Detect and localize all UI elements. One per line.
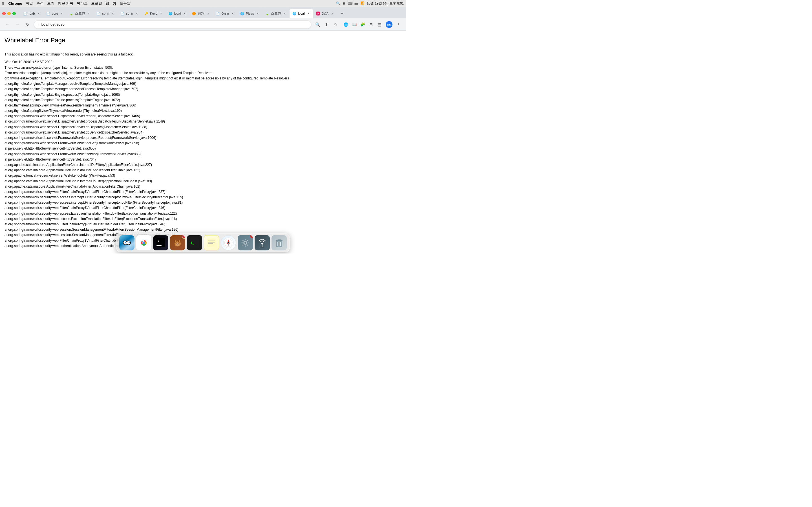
menu-bookmarks[interactable]: 북마크 (77, 1, 88, 6)
bookmark-icon[interactable]: ☆ (332, 20, 340, 29)
address-bar: ← → ↻ ℹ localhost:8080 🔍 ⬆ ☆ 🌐 📖 🧩 ⊞ ▤ n… (0, 18, 406, 31)
tab-qa[interactable]: Q Q&A ✕ (313, 9, 337, 18)
app-name[interactable]: Chrome (8, 1, 22, 6)
menu-help[interactable]: 도움말 (119, 1, 131, 6)
reload-button[interactable]: ↻ (24, 20, 32, 29)
dock-trash[interactable] (271, 235, 287, 250)
error-line: at org.thymeleaf.engine.TemplateManager.… (4, 87, 402, 92)
menubar-search-icon[interactable]: 🔍 (336, 1, 340, 5)
tab-jpab[interactable]: 📄 jpab ✕ (20, 9, 43, 18)
close-window-button[interactable] (2, 12, 6, 15)
tab-close-button[interactable]: ✕ (231, 11, 235, 15)
tab-favicon: 🔑 (144, 12, 148, 15)
tab-label: Keyc (150, 12, 157, 15)
tab-close-button[interactable]: ✕ (256, 11, 260, 15)
tab-close-button[interactable]: ✕ (159, 11, 163, 15)
extension-icon-2[interactable]: 📖 (350, 20, 358, 29)
menubar-keyboard-icon[interactable]: ⌨ (348, 1, 352, 5)
tab-sprint1[interactable]: 🍃 스프린 ✕ (66, 9, 94, 18)
tab-close-button[interactable]: ✕ (87, 11, 91, 15)
apple-menu[interactable]:  (2, 1, 4, 6)
download-icon[interactable]: ⬆ (322, 20, 331, 29)
svg-point-11 (143, 242, 145, 244)
tab-sprint4[interactable]: 🍃 스프린 ✕ (262, 9, 290, 18)
tab-favicon: 🍃 (69, 12, 73, 15)
menu-tab[interactable]: 탭 (105, 1, 109, 6)
extension-icon-1[interactable]: 🌐 (342, 20, 350, 29)
svg-point-6 (126, 242, 126, 242)
error-line: Wed Oct 19 20:01:45 KST 2022 (4, 59, 402, 65)
tab-close-button[interactable]: ✕ (135, 11, 139, 15)
minimize-window-button[interactable] (7, 12, 11, 15)
tab-keyc[interactable]: 🔑 Keyc ✕ (142, 9, 166, 18)
tab-spring2[interactable]: 📄 sprin ✕ (94, 9, 117, 18)
forward-button[interactable]: → (13, 20, 21, 29)
tab-bar: 📄 jpab ✕ 📄 core ✕ 🍃 스프린 ✕ 📄 sprin ✕ 📄 sp… (0, 7, 406, 18)
svg-point-48 (261, 243, 263, 244)
tab-label: sprin (102, 12, 109, 15)
error-line: at org.springframework.security.web.Filt… (4, 189, 402, 194)
page-title: Whitelabel Error Page (4, 35, 402, 45)
svg-rect-26 (207, 238, 216, 247)
profile-avatar[interactable]: ns (386, 21, 393, 28)
tab-close-button[interactable]: ✕ (60, 11, 64, 15)
extension-icon-4[interactable]: ⊞ (367, 20, 375, 29)
menu-edit[interactable]: 수정 (36, 1, 44, 6)
dock-chrome[interactable] (136, 235, 151, 250)
tab-close-button[interactable]: ✕ (183, 11, 186, 15)
chrome-menu-button[interactable]: ⋮ (395, 20, 403, 29)
tab-pleas[interactable]: 🌐 Pleas ✕ (238, 9, 262, 18)
tab-close-button[interactable]: ✕ (37, 11, 41, 15)
error-line: at org.apache.catalina.core.ApplicationF… (4, 162, 402, 168)
error-line: at org.springframework.web.servlet.Frame… (4, 140, 402, 146)
tab-close-button[interactable]: ✕ (330, 11, 334, 15)
tab-favicon: 📄 (96, 12, 100, 15)
menubar-control-icon[interactable]: ⊕ (343, 1, 345, 5)
back-button[interactable]: ← (3, 20, 11, 29)
dock-finder[interactable] (119, 235, 135, 250)
dock-notes[interactable] (204, 235, 219, 250)
menu-window[interactable]: 창 (112, 1, 116, 6)
tab-close-button[interactable]: ✕ (306, 11, 310, 15)
tab-label: local (298, 12, 305, 15)
svg-point-7 (129, 242, 130, 242)
menubar-right: 🔍 ⊕ ⌨ ▬ 📶 10월 19일 (수) 오후 8:01 (336, 1, 404, 6)
tab-online[interactable]: 📄 Onlin ✕ (213, 9, 238, 18)
maximize-window-button[interactable] (12, 12, 16, 15)
error-line: at org.thymeleaf.spring5.view.ThymeleafV… (4, 103, 402, 108)
tab-close-button[interactable]: ✕ (111, 11, 115, 15)
tab-favicon: 📄 (23, 12, 27, 15)
url-display[interactable]: localhost:8080 (41, 22, 308, 26)
dock-system-prefs[interactable]: 1 (238, 235, 253, 250)
dock: IJ CE $_ (116, 233, 290, 252)
new-tab-button[interactable]: + (338, 10, 346, 17)
svg-point-39 (245, 242, 246, 244)
extension-icon-5[interactable]: ▤ (375, 20, 384, 29)
menu-history[interactable]: 방문 기록 (58, 1, 73, 6)
tab-public[interactable]: 🟠 공개 ✕ (189, 9, 213, 18)
menubar-datetime: 10월 19일 (수) 오후 8:01 (367, 1, 404, 6)
tab-close-button[interactable]: ✕ (283, 11, 287, 15)
tab-local1[interactable]: 🌐 local ✕ (166, 9, 190, 18)
dock-intellij[interactable]: IJ (153, 235, 168, 250)
dock-safari[interactable] (221, 235, 236, 250)
search-icon[interactable]: 🔍 (313, 20, 321, 29)
dock-terminal[interactable]: $_ (187, 235, 202, 250)
tab-label: core (52, 12, 58, 15)
svg-point-3 (127, 241, 130, 244)
address-input[interactable]: ℹ localhost:8080 (34, 20, 311, 29)
tab-local2[interactable]: 🌐 local ✕ (290, 9, 313, 18)
tab-core[interactable]: 📄 core ✕ (43, 9, 66, 18)
tab-label: Pleas (246, 12, 254, 15)
extension-icon-3[interactable]: 🧩 (359, 20, 366, 29)
tab-favicon: 📄 (46, 12, 50, 15)
error-line: at org.springframework.security.web.acce… (4, 200, 402, 205)
dock-bear[interactable]: CE (170, 235, 185, 250)
menu-profiles[interactable]: 프로필 (91, 1, 102, 6)
tab-close-button[interactable]: ✕ (206, 11, 210, 15)
tab-spring3[interactable]: 📄 sprin ✕ (117, 9, 142, 18)
tab-favicon: 🌐 (240, 12, 244, 15)
menu-view[interactable]: 보기 (47, 1, 54, 6)
dock-wireless[interactable] (255, 235, 270, 250)
menu-file[interactable]: 파일 (26, 1, 33, 6)
